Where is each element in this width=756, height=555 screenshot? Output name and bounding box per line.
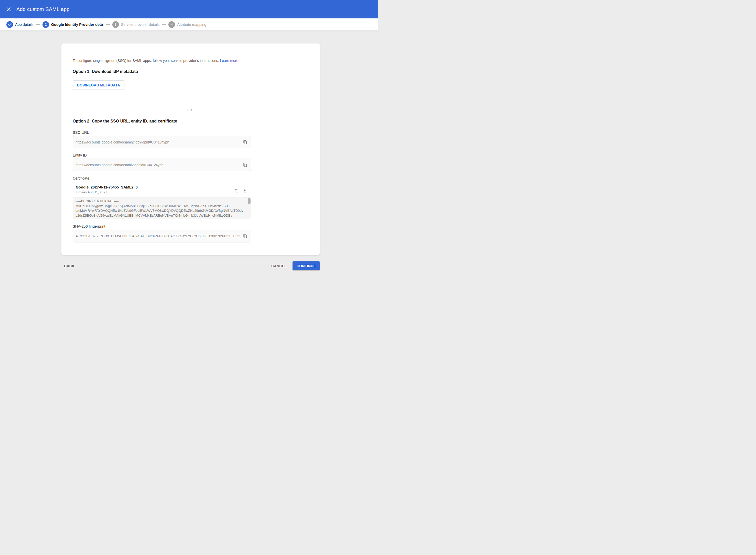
download-icon (243, 189, 247, 193)
step-attribute-mapping[interactable]: 4 Attribute mapping (168, 21, 206, 28)
step-connector (106, 24, 110, 25)
intro-text: To configure single sign-on (SSO) for SA… (73, 58, 309, 63)
certificate-scrollbar-thumb[interactable] (248, 198, 250, 204)
step-google-idp-details[interactable]: 2 Google Identity Provider details (42, 21, 104, 28)
sso-url-value: https://accounts.google.com/o/saml2/idp?… (76, 140, 169, 144)
copy-icon (235, 189, 239, 193)
intro-sentence: To configure single sign-on (SSO) for SA… (73, 58, 219, 63)
option1-heading: Option 1: Download IdP metadata (73, 69, 309, 75)
continue-button[interactable]: CONTINUE (292, 261, 320, 270)
step-complete-circle (6, 21, 13, 28)
step-connector (36, 24, 40, 25)
sha256-field: A1:B5:B1:07:7E:ED:E1:D3:A7:6E:EA:74:AC:B… (73, 230, 251, 243)
step-number-circle: 2 (42, 21, 49, 28)
step-app-details[interactable]: App details (6, 21, 34, 28)
entity-id-field: https://accounts.google.com/o/saml2?idpi… (73, 159, 251, 171)
entity-id-value: https://accounts.google.com/o/saml2?idpi… (76, 163, 163, 167)
close-button[interactable] (5, 5, 13, 13)
check-icon (8, 23, 11, 26)
step-connector (162, 24, 166, 25)
sha256-value: A1:B5:B1:07:7E:ED:E1:D3:A7:6E:EA:74:AC:B… (76, 234, 241, 238)
certificate-label: Certificate (73, 176, 309, 180)
certificate-header: Google_2027-8-11-75455_SAML2_0 Expires A… (73, 182, 251, 197)
learn-more-link[interactable]: Learn more (220, 58, 239, 63)
step-number-circle: 4 (168, 21, 175, 28)
add-custom-saml-app-dialog: Add custom SAML app App details 2 Google… (0, 0, 378, 278)
copy-certificate-button[interactable] (234, 188, 240, 194)
idp-details-card: To configure single sign-on (SSO) for SA… (62, 43, 320, 255)
entity-id-label: Entity ID (73, 153, 309, 158)
dialog-title: Add custom SAML app (16, 6, 70, 12)
divider-line (196, 110, 306, 110)
sso-url-field: https://accounts.google.com/o/saml2/idp?… (73, 136, 251, 148)
cancel-button[interactable]: CANCEL (269, 261, 289, 270)
step-number-circle: 3 (112, 21, 119, 28)
step-label: Attribute mapping (177, 23, 206, 27)
certificate-pem-text: -----BEGIN CERTIFICATE----- MIIDdDCCAlyg… (76, 199, 245, 218)
download-metadata-button[interactable]: DOWNLOAD METADATA (73, 80, 124, 90)
certificate-box: Google_2027-8-11-75455_SAML2_0 Expires A… (73, 182, 251, 219)
copy-icon (243, 234, 247, 238)
step-service-provider-details[interactable]: 3 Service provider details (112, 21, 160, 28)
footer-actions: BACK CANCEL CONTINUE (0, 260, 378, 272)
option2-heading: Option 2: Copy the SSO URL, entity ID, a… (73, 118, 309, 124)
step-label: App details (15, 23, 34, 27)
certificate-text-area[interactable]: -----BEGIN CERTIFICATE----- MIIDdDCCAlyg… (73, 197, 251, 219)
certificate-name: Google_2027-8-11-75455_SAML2_0 (76, 185, 231, 190)
copy-icon (243, 163, 247, 167)
sso-url-label: SSO URL (73, 130, 309, 135)
step-label: Google Identity Provider details (51, 23, 104, 27)
copy-icon (243, 140, 247, 144)
sha256-label: SHA-256 fingerprint (73, 224, 309, 229)
back-button[interactable]: BACK (62, 261, 77, 270)
copy-sha256-button[interactable] (242, 233, 248, 239)
divider-line (73, 110, 183, 110)
copy-sso-url-button[interactable] (242, 139, 248, 145)
certificate-expiry: Expires Aug 11, 2027 (76, 190, 231, 194)
close-icon (7, 7, 11, 11)
appbar: Add custom SAML app (0, 0, 378, 18)
download-certificate-button[interactable] (242, 188, 248, 194)
divider-label: OR (183, 108, 196, 112)
stepper: App details 2 Google Identity Provider d… (0, 18, 378, 31)
or-divider: OR (73, 108, 306, 113)
step-label: Service provider details (121, 23, 160, 27)
copy-entity-id-button[interactable] (242, 162, 248, 168)
